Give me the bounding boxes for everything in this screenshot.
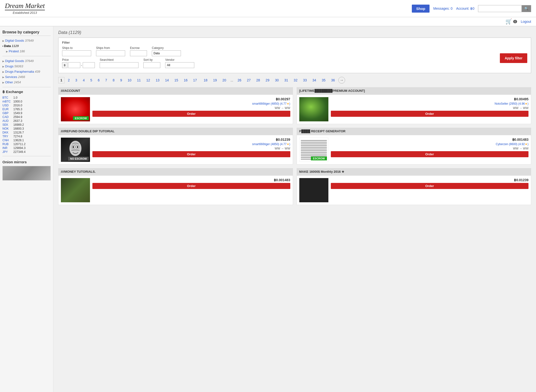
filter-row-2: Price ฿ - Searchtext xyxy=(62,58,496,68)
product-seller[interactable]: smart666tiger (4850) (4.77★) xyxy=(92,102,290,105)
exchange-currency: mBTC xyxy=(2,100,12,103)
exchange-value: 227349.4 xyxy=(13,150,25,154)
searchtext-input[interactable] xyxy=(100,62,138,68)
ships-from-input[interactable] xyxy=(96,50,125,56)
page-link-6[interactable]: 6 xyxy=(96,77,102,83)
sidebar-item-services[interactable]: ▶Services 2466 xyxy=(2,75,51,79)
page-link-5[interactable]: 5 xyxy=(88,77,94,83)
page-link-11[interactable]: 11 xyxy=(135,77,143,83)
exchange-value: 1.0 xyxy=(13,96,17,99)
page-link-27[interactable]: 27 xyxy=(245,77,253,83)
page-link-31[interactable]: 31 xyxy=(282,77,290,83)
page-link-30[interactable]: 30 xyxy=(273,77,281,83)
page-link-3[interactable]: 3 xyxy=(73,77,80,83)
product-shipping: WW → WW xyxy=(331,147,529,150)
page-link-35[interactable]: 35 xyxy=(320,77,328,83)
page-link-16[interactable]: 16 xyxy=(182,77,190,83)
product-title: ////REFUND DOUBLE DIP TUTORIAL xyxy=(58,128,293,135)
apply-filter-button[interactable]: Apply filter xyxy=(500,53,527,63)
exchange-value: 16989.2 xyxy=(13,123,24,126)
cart-icon: 🛒 xyxy=(505,18,512,25)
order-button[interactable]: Order xyxy=(331,151,529,157)
order-button[interactable]: Order xyxy=(92,151,290,157)
logout-link[interactable]: Logout xyxy=(521,20,531,24)
messages-link[interactable]: Messages: 0 xyxy=(433,7,452,10)
mirrors-title: Onion mirrors xyxy=(2,160,51,164)
vendor-input[interactable] xyxy=(165,62,194,68)
price-max-input[interactable] xyxy=(83,62,95,68)
exchange-title: ฿ Exchange xyxy=(2,90,51,94)
page-link-36[interactable]: 36 xyxy=(329,77,337,83)
product-card: P████ RECEIPT GENERATOR ESCROW฿0.001483C… xyxy=(297,128,531,165)
page-link-34[interactable]: 34 xyxy=(310,77,318,83)
page-link-1[interactable]: 1 xyxy=(58,77,65,83)
cart-area[interactable]: 🛒 0 xyxy=(505,18,517,25)
search-button[interactable]: 🔍 xyxy=(522,5,531,12)
order-button[interactable]: Order xyxy=(92,183,290,189)
page-link-2[interactable]: 2 xyxy=(66,77,72,83)
page-link-18[interactable]: 18 xyxy=(202,77,210,83)
sidebar-item-other[interactable]: ▶Other 2454 xyxy=(2,80,51,85)
page-link-12[interactable]: 12 xyxy=(144,77,152,83)
page-link-26[interactable]: 26 xyxy=(235,77,244,83)
category-list-bottom: ▶Digital Goods 37649 ▶Drugs 56063 ▶Drugs… xyxy=(2,59,51,85)
arrow-icon: ▶ xyxy=(2,39,4,42)
product-image: NO ESCROW xyxy=(61,138,90,162)
page-link-17[interactable]: 17 xyxy=(191,77,199,83)
category-input[interactable] xyxy=(152,50,181,56)
sidebar-item-pirated[interactable]: ▶Pirated 186 xyxy=(2,49,51,54)
exchange-row: GBP1549.9 xyxy=(2,111,51,115)
product-card: MAKE 16000$ Monthly 2016 ★฿0.01239Order xyxy=(297,168,531,205)
sidebar-item-digital-goods-2[interactable]: ▶Digital Goods 37649 xyxy=(2,59,51,63)
page-link-4[interactable]: 4 xyxy=(81,77,87,83)
product-price: ฿0.01239 xyxy=(92,138,290,141)
pagination: 1234567891011121314151617181920...262728… xyxy=(58,77,531,84)
page-link-8[interactable]: 8 xyxy=(111,77,117,83)
exchange-value: 7274.8 xyxy=(13,135,22,138)
page-link-32[interactable]: 32 xyxy=(292,77,300,83)
page-link-19[interactable]: 19 xyxy=(211,77,219,83)
bullet-icon: • xyxy=(2,45,3,47)
order-button[interactable]: Order xyxy=(331,111,529,117)
product-body: ฿0.01239Order xyxy=(297,176,531,205)
page-link-7[interactable]: 7 xyxy=(103,77,109,83)
order-button[interactable]: Order xyxy=(92,111,290,117)
page-link-14[interactable]: 14 xyxy=(163,77,171,83)
price-min-input[interactable] xyxy=(68,62,80,68)
product-seller[interactable]: smart666tiger (4850) (4.77★) xyxy=(92,142,290,146)
exchange-row: BTC1.0 xyxy=(2,96,51,99)
product-info: ฿0.001483Cyberzen (8600) (4.92★)WW → WWO… xyxy=(331,138,529,157)
ships-to-label: Ships to xyxy=(62,46,91,50)
pagination-next-arrow[interactable]: → xyxy=(338,77,345,84)
search-input[interactable] xyxy=(478,5,522,12)
exchange-row: AUD2637.3 xyxy=(2,119,51,123)
exchange-row: RUB120711.2 xyxy=(2,142,51,146)
page-link-20[interactable]: 20 xyxy=(220,77,228,83)
page-link-15[interactable]: 15 xyxy=(172,77,180,83)
page-link-33[interactable]: 33 xyxy=(301,77,309,83)
exchange-row: INR129894.3 xyxy=(2,146,51,150)
exchange-value: 120711.2 xyxy=(13,142,25,146)
account-link[interactable]: Account: ฿0 xyxy=(456,7,474,10)
page-link-9[interactable]: 9 xyxy=(118,77,124,83)
svg-point-4 xyxy=(77,146,79,148)
escrow-input[interactable] xyxy=(130,50,147,56)
ships-to-input[interactable] xyxy=(62,50,91,56)
product-seller[interactable]: NotoSeller (2950) (4.96★) xyxy=(331,102,529,105)
page-link-13[interactable]: 13 xyxy=(154,77,162,83)
shop-button[interactable]: Shop xyxy=(412,5,430,13)
sidebar-item-data[interactable]: •Data 1129 xyxy=(2,44,51,48)
page-link-29[interactable]: 29 xyxy=(263,77,272,83)
logo-sub: Established 2013 xyxy=(5,11,45,15)
sortby-input[interactable] xyxy=(143,62,160,68)
exchange-row: TRY7274.8 xyxy=(2,135,51,138)
page-link-10[interactable]: 10 xyxy=(125,77,134,83)
sidebar-item-drugs-para[interactable]: ▶Drugs Paraphernalia 439 xyxy=(2,69,51,74)
exchange-currency: JPY xyxy=(2,150,12,154)
exchange-value: 2594.9 xyxy=(13,115,22,119)
product-seller[interactable]: Cyberzen (8600) (4.92★) xyxy=(331,142,529,146)
sidebar-item-drugs[interactable]: ▶Drugs 56063 xyxy=(2,64,51,69)
sidebar-item-digital-goods-1[interactable]: ▶Digital Goods 37649 xyxy=(2,38,51,43)
page-link-28[interactable]: 28 xyxy=(254,77,262,83)
order-button[interactable]: Order xyxy=(331,183,529,189)
